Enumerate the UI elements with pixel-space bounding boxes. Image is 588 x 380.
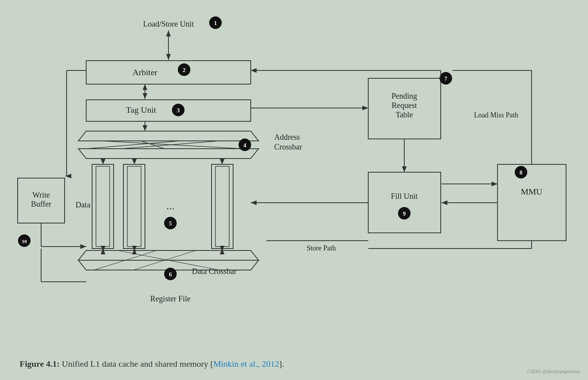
svg-text:1: 1	[214, 20, 217, 26]
svg-text:Address: Address	[274, 133, 300, 141]
caption-description: Unified L1 data cache and shared memory …	[62, 359, 213, 369]
svg-text:Load Miss Path: Load Miss Path	[474, 111, 518, 119]
svg-text:10: 10	[22, 238, 27, 244]
svg-text:2: 2	[183, 67, 186, 73]
svg-text:Crossbar: Crossbar	[274, 142, 302, 151]
svg-text:MMU: MMU	[521, 187, 542, 196]
svg-text:Arbiter: Arbiter	[132, 67, 157, 77]
svg-marker-9	[78, 131, 259, 141]
svg-text:Table: Table	[396, 110, 413, 119]
svg-rect-20	[96, 166, 110, 247]
svg-rect-54	[498, 164, 566, 241]
svg-rect-22	[127, 166, 141, 247]
svg-text:Pending: Pending	[391, 92, 417, 101]
svg-text:...: ...	[166, 200, 175, 212]
svg-rect-25	[215, 166, 229, 247]
figure-caption: Figure 4.1: Unified L1 data cache and sh…	[20, 359, 284, 369]
svg-text:7: 7	[444, 76, 447, 82]
svg-text:5: 5	[169, 220, 172, 227]
svg-rect-50	[368, 172, 441, 233]
svg-text:9: 9	[403, 211, 406, 217]
svg-text:Load/Store Unit: Load/Store Unit	[143, 20, 194, 28]
watermark: CSDN @dataiyangnishuo	[527, 368, 580, 375]
svg-text:Write: Write	[33, 191, 50, 199]
svg-text:3: 3	[177, 107, 180, 113]
svg-text:Fill Unit: Fill Unit	[391, 192, 418, 200]
svg-text:6: 6	[169, 271, 172, 277]
svg-text:4: 4	[243, 142, 246, 148]
svg-text:8: 8	[519, 169, 523, 176]
diagram-container: Arbiter 2 Tag Unit 3 4 Address Crossbar	[0, 0, 588, 380]
figure-label: Figure 4.1:	[20, 359, 60, 369]
svg-text:Register File: Register File	[150, 294, 191, 303]
svg-marker-10	[78, 149, 259, 158]
svg-text:Data: Data	[76, 200, 90, 209]
svg-text:Store Path: Store Path	[307, 244, 336, 252]
svg-text:Buffer: Buffer	[31, 200, 51, 208]
svg-text:Tag Unit: Tag Unit	[126, 105, 156, 115]
svg-text:Request: Request	[392, 101, 417, 110]
caption-suffix: ].	[279, 359, 284, 369]
citation-link[interactable]: Minkin et al., 2012	[213, 359, 279, 369]
svg-text:Data Crossbar: Data Crossbar	[192, 267, 237, 276]
svg-rect-1	[86, 61, 251, 84]
svg-rect-5	[86, 100, 251, 121]
